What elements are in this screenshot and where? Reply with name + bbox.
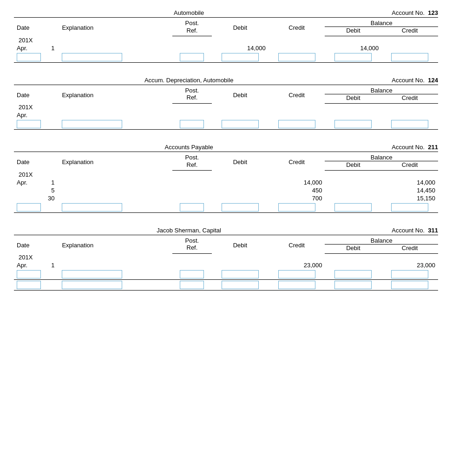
input-explanation[interactable] bbox=[62, 203, 122, 212]
input-debit-cell[interactable] bbox=[212, 269, 269, 280]
input-bal-debit[interactable] bbox=[334, 281, 372, 289]
input-date-cell[interactable] bbox=[14, 269, 59, 280]
input-post-cell[interactable] bbox=[172, 202, 212, 213]
input-explanation-cell[interactable] bbox=[59, 52, 172, 63]
input-bal-credit[interactable] bbox=[391, 270, 428, 278]
input-post-cell[interactable] bbox=[172, 269, 212, 280]
input-date[interactable] bbox=[17, 281, 41, 289]
input-bal-credit-cell[interactable] bbox=[381, 269, 438, 280]
ledger-title-row: Accum. Depreciation, Automobile Account … bbox=[14, 77, 438, 85]
input-bal-debit[interactable] bbox=[334, 53, 372, 61]
table-row: 201X bbox=[14, 253, 438, 261]
input-explanation[interactable] bbox=[62, 53, 122, 61]
input-post[interactable] bbox=[180, 120, 204, 128]
input-debit[interactable] bbox=[222, 203, 259, 212]
input-row[interactable] bbox=[14, 202, 438, 213]
input-bal-credit-cell[interactable] bbox=[381, 119, 438, 130]
table-row: Apr.1 14,000 14,000 bbox=[14, 44, 438, 52]
input-post-cell[interactable] bbox=[172, 52, 212, 63]
input-explanation-cell[interactable] bbox=[59, 280, 172, 291]
input-date-cell[interactable] bbox=[14, 202, 59, 213]
input-bal-debit[interactable] bbox=[334, 270, 372, 278]
input-credit-cell[interactable] bbox=[269, 269, 325, 280]
cell-credit bbox=[269, 36, 325, 44]
input-credit-cell[interactable] bbox=[269, 202, 325, 213]
input-date[interactable] bbox=[17, 270, 41, 278]
ledger-title: Automobile bbox=[174, 9, 204, 16]
input-post[interactable] bbox=[180, 270, 204, 278]
input-bal-credit[interactable] bbox=[391, 203, 428, 212]
cell-debit bbox=[212, 36, 269, 44]
year-value: 201X bbox=[17, 254, 56, 261]
input-debit[interactable] bbox=[222, 281, 259, 289]
input-post[interactable] bbox=[180, 281, 204, 289]
input-post-cell[interactable] bbox=[172, 119, 212, 130]
input-credit[interactable] bbox=[278, 203, 315, 212]
ledger-table-accum-depreciation: Date Explanation Post. Debit Credit Bala… bbox=[14, 85, 438, 130]
input-bal-debit-cell[interactable] bbox=[325, 52, 381, 63]
input-credit-cell[interactable] bbox=[269, 52, 325, 63]
input-date[interactable] bbox=[17, 53, 41, 61]
account-no-label: Account No. bbox=[392, 144, 425, 151]
input-row[interactable] bbox=[14, 280, 438, 291]
cell-credit bbox=[269, 171, 325, 178]
input-bal-credit[interactable] bbox=[391, 120, 428, 128]
th-balance: Balance bbox=[325, 18, 438, 27]
input-bal-credit-cell[interactable] bbox=[381, 280, 438, 291]
input-explanation-cell[interactable] bbox=[59, 119, 172, 130]
th-bal-credit: Credit bbox=[381, 94, 438, 103]
input-date[interactable] bbox=[17, 120, 41, 128]
input-bal-debit[interactable] bbox=[334, 203, 372, 212]
input-bal-credit[interactable] bbox=[391, 53, 428, 61]
input-bal-credit-cell[interactable] bbox=[381, 52, 438, 63]
th-debit: Debit bbox=[212, 152, 269, 171]
input-date-cell[interactable] bbox=[14, 280, 59, 291]
cell-date: 201X bbox=[14, 36, 59, 44]
th-bal-debit: Debit bbox=[325, 94, 381, 103]
input-bal-debit-cell[interactable] bbox=[325, 202, 381, 213]
input-credit-cell[interactable] bbox=[269, 119, 325, 130]
input-bal-credit[interactable] bbox=[391, 281, 428, 289]
input-explanation-cell[interactable] bbox=[59, 202, 172, 213]
cell-bal-credit: 15,150 bbox=[381, 194, 438, 202]
input-row[interactable] bbox=[14, 269, 438, 280]
input-debit-cell[interactable] bbox=[212, 202, 269, 213]
input-date[interactable] bbox=[17, 203, 41, 212]
input-explanation-cell[interactable] bbox=[59, 269, 172, 280]
input-credit[interactable] bbox=[278, 281, 315, 289]
input-date-cell[interactable] bbox=[14, 119, 59, 130]
cell-post-ref bbox=[172, 261, 212, 269]
input-explanation[interactable] bbox=[62, 120, 122, 128]
input-date-cell[interactable] bbox=[14, 52, 59, 63]
cell-date: 30 bbox=[14, 194, 59, 202]
input-bal-debit-cell[interactable] bbox=[325, 280, 381, 291]
cell-debit bbox=[212, 186, 269, 194]
input-bal-debit-cell[interactable] bbox=[325, 269, 381, 280]
cell-date: 201X bbox=[14, 171, 59, 178]
input-explanation[interactable] bbox=[62, 270, 122, 278]
input-bal-debit[interactable] bbox=[334, 120, 372, 128]
input-bal-credit-cell[interactable] bbox=[381, 202, 438, 213]
cell-credit: 14,000 bbox=[269, 178, 325, 186]
input-post-cell[interactable] bbox=[172, 280, 212, 291]
input-credit-cell[interactable] bbox=[269, 280, 325, 291]
th-balance: Balance bbox=[325, 85, 438, 94]
input-debit[interactable] bbox=[222, 53, 259, 61]
input-credit[interactable] bbox=[278, 120, 315, 128]
input-post[interactable] bbox=[180, 203, 204, 212]
input-debit-cell[interactable] bbox=[212, 119, 269, 130]
input-bal-debit-cell[interactable] bbox=[325, 119, 381, 130]
input-row[interactable] bbox=[14, 52, 438, 63]
year-value: 201X bbox=[17, 171, 56, 178]
input-explanation[interactable] bbox=[62, 281, 122, 289]
input-credit[interactable] bbox=[278, 53, 315, 61]
input-post[interactable] bbox=[180, 53, 204, 61]
th-balance: Balance bbox=[325, 235, 438, 244]
input-credit[interactable] bbox=[278, 270, 315, 278]
input-debit-cell[interactable] bbox=[212, 280, 269, 291]
input-debit-cell[interactable] bbox=[212, 52, 269, 63]
input-debit[interactable] bbox=[222, 270, 259, 278]
input-debit[interactable] bbox=[222, 120, 259, 128]
account-no-label: Account No. bbox=[392, 227, 425, 234]
input-row[interactable] bbox=[14, 119, 438, 130]
